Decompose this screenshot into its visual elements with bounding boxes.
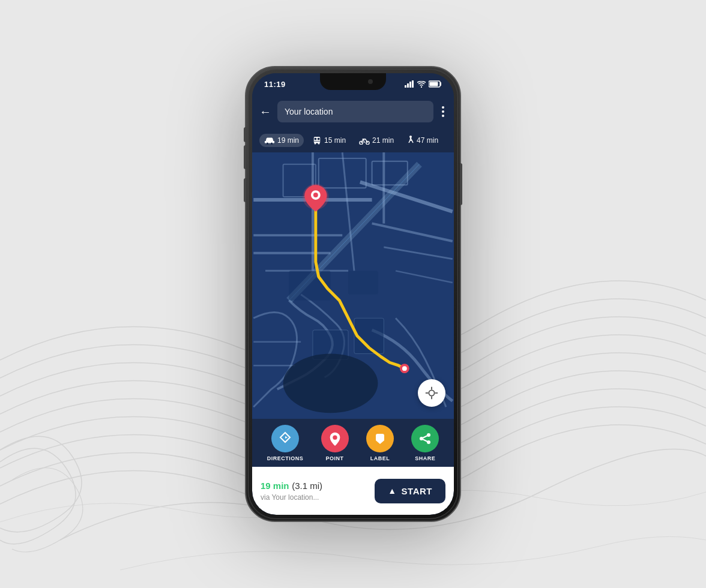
volume-up-button [244,145,246,169]
share-icon [418,432,432,445]
label-circle [366,425,394,452]
locate-button[interactable] [418,379,445,407]
location-search-box[interactable]: Your location [277,101,433,122]
directions-label: DIRECTIONS [267,455,304,461]
bike-time: 21 min [372,136,394,145]
svg-point-15 [366,141,369,144]
directions-circle [271,425,299,452]
transport-walk[interactable]: 47 min [402,133,443,148]
dot3 [442,115,444,117]
svg-point-14 [360,141,363,144]
directions-icon [278,431,292,446]
label-icon [373,432,387,445]
transport-bar: 19 min 15 min [252,128,454,152]
time-value: 19 min [261,481,289,491]
point-label: POINT [326,455,344,461]
volume-down-button [244,178,246,202]
svg-point-16 [409,136,412,138]
start-via: via Your location... [261,493,367,502]
bike-icon [359,137,370,145]
share-action[interactable]: SHARE [411,425,439,461]
svg-point-42 [402,366,407,371]
dot2 [442,110,444,113]
start-panel: 19 min (3.1 mi) via Your location... ▲ S… [252,467,454,515]
svg-rect-1 [407,83,409,88]
bus-time: 15 min [324,136,346,145]
point-action[interactable]: POINT [321,425,349,461]
svg-line-56 [421,439,429,442]
svg-point-13 [318,143,320,145]
directions-action[interactable]: DIRECTIONS [267,425,304,461]
power-button [460,163,462,205]
location-search-text: Your location [285,107,333,116]
car-time: 19 min [277,136,299,145]
phone-screen: 11:19 [252,73,454,515]
svg-rect-11 [314,141,321,142]
bus-icon [312,136,322,145]
svg-rect-39 [348,271,378,294]
point-icon [328,431,342,446]
walk-time: 47 min [417,136,438,145]
transport-bus[interactable]: 15 min [307,134,351,147]
more-options-button[interactable] [439,104,447,119]
point-circle [321,425,349,452]
start-label: START [402,486,432,496]
map-area [252,152,454,419]
start-icon: ▲ [388,486,396,496]
phone-mockup: 11:19 [245,66,461,522]
svg-rect-10 [318,138,320,140]
nav-header: ← Your location [252,95,454,128]
transport-bike[interactable]: 21 min [354,134,399,147]
start-time: 19 min (3.1 mi) [261,480,367,492]
share-circle [411,425,439,452]
label-label: LABEL [370,455,390,461]
map-svg [252,152,454,419]
label-action[interactable]: LABEL [366,425,394,461]
distance-value: (3.1 mi) [292,481,322,491]
svg-point-51 [333,435,337,439]
svg-rect-2 [409,82,411,88]
status-time: 11:19 [264,80,286,89]
signal-icon [405,80,414,88]
car-icon [264,136,275,145]
walk-icon [407,136,414,145]
start-button[interactable]: ▲ START [375,479,445,503]
wifi-icon [417,81,426,88]
svg-point-12 [315,143,316,145]
actions-bar: DIRECTIONS POINT LABEL [252,419,454,467]
svg-point-40 [283,353,378,413]
battery-icon [429,80,442,88]
transport-car[interactable]: 19 min [259,134,304,147]
svg-point-45 [313,193,318,197]
svg-rect-0 [405,85,406,88]
dot1 [442,106,444,109]
svg-rect-3 [412,80,414,88]
camera-dot [368,79,373,84]
svg-line-55 [421,435,429,439]
svg-rect-5 [430,82,438,86]
mute-button [244,127,246,142]
crosshair-icon [424,386,439,400]
phone-notch [320,73,386,90]
svg-point-46 [429,390,434,395]
status-icons [405,80,442,88]
start-info: 19 min (3.1 mi) via Your location... [261,480,367,502]
svg-rect-9 [315,138,317,140]
share-label: SHARE [415,455,435,461]
back-button[interactable]: ← [259,105,271,119]
